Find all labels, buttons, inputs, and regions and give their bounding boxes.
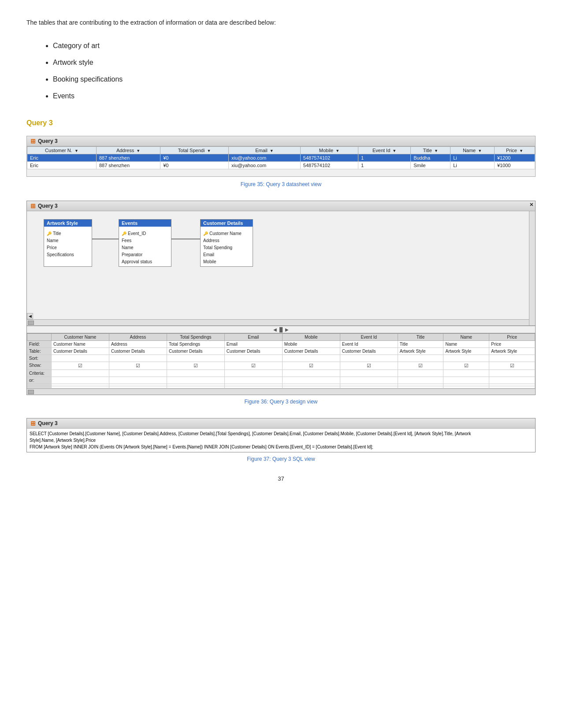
figure35-window: ⊞ Query 3 Customer N. ▼ Address ▼ Total … (26, 136, 536, 177)
event-field-name: Name (119, 244, 171, 251)
field-customername[interactable]: Customer Name (52, 341, 109, 348)
customer-field-eventid: Event Id (201, 265, 253, 266)
sort-price[interactable] (489, 355, 535, 362)
checkbox-icon: ☑ (78, 363, 82, 368)
criteria-mobile[interactable] (282, 370, 340, 377)
col-header-eventid: Event Id ▼ (358, 147, 411, 154)
extra2-5 (282, 386, 340, 388)
col-customername-header: Customer Name (52, 334, 109, 341)
or-address[interactable] (109, 377, 167, 384)
field-address[interactable]: Address (109, 341, 167, 348)
sort-address[interactable] (109, 355, 167, 362)
sort-title[interactable] (398, 355, 443, 362)
col-mobile-header: Mobile (282, 334, 340, 341)
show-eventid[interactable]: ☑ (340, 362, 398, 370)
table-email: Customer Details (224, 348, 282, 355)
table-artwork-style-header: Artwork Style (44, 220, 92, 227)
criteria-customername[interactable] (52, 370, 109, 377)
cell-r1-title: Buddha (411, 154, 450, 162)
datasheet-row-1: Eric 887 shenzhen ¥0 xiu@yahoo.com 54875… (27, 154, 535, 162)
connector-lines (30, 215, 532, 316)
nav-row: ◀ ▐▌ ▶ (27, 326, 535, 333)
customer-field-email: Email (201, 251, 253, 258)
cell-r1-price: ¥1200 (494, 154, 535, 162)
key-icon-3: 🔑 (203, 231, 208, 237)
sql-line1: SELECT [Customer Details].[Customer Name… (30, 430, 532, 437)
sort-eventid[interactable] (340, 355, 398, 362)
show-price[interactable]: ☑ (489, 362, 535, 370)
show-email[interactable]: ☑ (224, 362, 282, 370)
label-or: or: (27, 377, 52, 384)
close-button[interactable]: ✕ (529, 202, 533, 208)
criteria-title[interactable] (398, 370, 443, 377)
or-mobile[interactable] (282, 377, 340, 384)
show-customername[interactable]: ☑ (52, 362, 109, 370)
criteria-totalspendings[interactable] (167, 370, 224, 377)
field-price[interactable]: Price (489, 341, 535, 348)
figure36-titlebar: ⊞ Query 3 ✕ (27, 201, 535, 211)
show-name[interactable]: ☑ (443, 362, 489, 370)
table-events-header: Events (119, 220, 171, 227)
design-grid-scrollbar[interactable] (27, 388, 535, 395)
scrollbar-vertical[interactable] (529, 211, 535, 325)
or-title[interactable] (398, 377, 443, 384)
bullet-item-3: Booking specifications (53, 74, 536, 85)
field-name[interactable]: Name (443, 341, 489, 348)
field-mobile[interactable]: Mobile (282, 341, 340, 348)
scrollbar-horizontal[interactable] (27, 319, 529, 325)
or-eventid[interactable] (340, 377, 398, 384)
or-email[interactable] (224, 377, 282, 384)
or-customername[interactable] (52, 377, 109, 384)
criteria-address[interactable] (109, 370, 167, 377)
figure36-title: Query 3 (38, 203, 58, 209)
criteria-price[interactable] (489, 370, 535, 377)
col-totalspendings-header: Total Spendings (167, 334, 224, 341)
label-field: Field: (27, 341, 52, 348)
cell-r1-name: Li (450, 154, 495, 162)
or-totalspendings[interactable] (167, 377, 224, 384)
col-name-header: Name (443, 334, 489, 341)
show-mobile[interactable]: ☑ (282, 362, 340, 370)
extra2-1 (52, 386, 109, 388)
field-email[interactable]: Email (224, 341, 282, 348)
show-address[interactable]: ☑ (109, 362, 167, 370)
or-name[interactable] (443, 377, 489, 384)
sort-name[interactable] (443, 355, 489, 362)
event-field-preparator: Preparator (119, 251, 171, 258)
checkbox-icon-5: ☑ (309, 363, 313, 368)
datasheet-table: Customer N. ▼ Address ▼ Total Spendi ▼ E… (27, 146, 535, 169)
label-sort: Sort: (27, 355, 52, 362)
corner-button[interactable]: ◀ (27, 313, 33, 319)
field-eventid[interactable]: Event Id (340, 341, 398, 348)
query-icon-2: ⊞ (30, 202, 36, 209)
sort-mobile[interactable] (282, 355, 340, 362)
page-number: 37 (26, 475, 536, 482)
checkbox-icon-4: ☑ (251, 363, 256, 368)
sql-line2: Style].Name, [Artwork Style].Price (30, 437, 532, 444)
show-totalspendings[interactable]: ☑ (167, 362, 224, 370)
nav-label: ◀ ▐▌ ▶ (273, 327, 289, 332)
extra2-8 (443, 386, 489, 388)
criteria-email[interactable] (224, 370, 282, 377)
show-title[interactable]: ☑ (398, 362, 443, 370)
criteria-eventid[interactable] (340, 370, 398, 377)
grid-row-or: or: (27, 377, 535, 384)
figure35-content: Customer N. ▼ Address ▼ Total Spendi ▼ E… (27, 146, 535, 169)
design-grid-header: Customer Name Address Total Spendings Em… (27, 334, 535, 341)
grid-row-show: Show: ☑ ☑ ☑ ☑ ☑ ☑ ☑ ☑ ☑ (27, 362, 535, 370)
cell-r2-title: Smile (411, 162, 450, 169)
sort-email[interactable] (224, 355, 282, 362)
table-events-body: 🔑 Event_ID Fees Name Preparator Approval… (119, 227, 171, 266)
sort-totalspendings[interactable] (167, 355, 224, 362)
extra2-9 (489, 386, 535, 388)
col-header-price: Price ▼ (494, 147, 535, 154)
field-title[interactable]: Title (398, 341, 443, 348)
or-price[interactable] (489, 377, 535, 384)
checkbox-icon-3: ☑ (194, 363, 198, 368)
criteria-name[interactable] (443, 370, 489, 377)
table-box-events: Events 🔑 Event_ID Fees Name Preparator A… (119, 219, 171, 267)
sort-customername[interactable] (52, 355, 109, 362)
field-totalspendings[interactable]: Total Spendings (167, 341, 224, 348)
table-mobile: Customer Details (282, 348, 340, 355)
figure37-caption: Figure 37: Query 3 SQL view (26, 456, 536, 462)
